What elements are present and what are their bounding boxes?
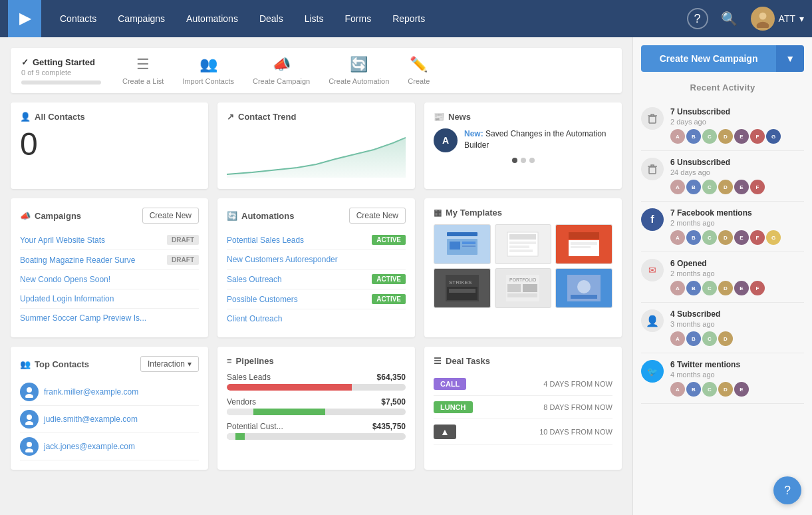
twitter-icon-5: 🐦 [641, 360, 664, 383]
svg-rect-5 [450, 242, 460, 250]
deal-task-2[interactable]: ▲ 10 DAYS FROM NOW [434, 419, 612, 445]
contacts-list: frank.miller@example.com judie.smith@exa… [20, 379, 199, 460]
help-bubble[interactable]: ? [773, 476, 801, 504]
all-contacts-title: 👤 All Contacts [20, 112, 85, 122]
automation-badge-0: ACTIVE [372, 235, 406, 245]
activity-item-2: f 7 Facebook mentions 2 months ago A B C… [641, 202, 804, 252]
template-4[interactable]: PORTFOLIO [495, 268, 552, 308]
activity-title-0: 7 Unsubscribed [670, 107, 804, 116]
pipeline-item-0: Sales Leads $64,350 [227, 373, 406, 391]
news-dot-2[interactable] [521, 158, 526, 163]
act-avatar: C [702, 331, 717, 346]
create-campaign-dropdown-button[interactable]: ▼ [776, 45, 804, 72]
help-button[interactable]: ? [687, 8, 708, 29]
automation-item-1[interactable]: New Customers Autoresponder [227, 250, 406, 269]
automation-item-4[interactable]: Client Outreach [227, 309, 406, 328]
search-button[interactable]: 🔍 [719, 8, 740, 29]
avatar [751, 7, 775, 31]
email-icon-3: ✉ [641, 259, 664, 281]
gs-step-list[interactable]: ☰ Create a List [122, 56, 164, 85]
gs-step-import[interactable]: 👥 Import Contacts [182, 56, 234, 85]
act-avatar: G [766, 230, 781, 245]
chevron-down-icon: ▾ [188, 359, 192, 369]
nav-logo[interactable]: ▶ [8, 0, 41, 37]
svg-point-31 [27, 415, 32, 420]
nav-automations[interactable]: Automations [176, 0, 249, 37]
act-avatar: G [766, 129, 781, 144]
svg-rect-36 [649, 167, 656, 174]
news-dots [434, 158, 612, 163]
svg-point-1 [759, 13, 766, 20]
act-avatar: F [750, 230, 765, 245]
my-templates-title: ▦ My Templates [434, 208, 502, 218]
nav-campaigns[interactable]: Campaigns [107, 0, 176, 37]
automation-item-0[interactable]: Potential Sales Leads ACTIVE [227, 230, 406, 250]
contact-item-0[interactable]: frank.miller@example.com [20, 379, 199, 406]
template-3[interactable]: STRIKES [434, 268, 491, 308]
activity-title-3: 6 Opened [670, 259, 804, 268]
automation-item-2[interactable]: Sales Outreach ACTIVE [227, 269, 406, 289]
news-title: 📰 News [434, 112, 471, 122]
svg-point-32 [25, 421, 33, 425]
interaction-dropdown[interactable]: Interaction ▾ [140, 356, 199, 372]
trash-icon-0 [641, 107, 664, 130]
my-templates-header: ▦ My Templates [434, 208, 612, 218]
news-dot-1[interactable] [512, 158, 517, 163]
nav-reports[interactable]: Reports [382, 0, 436, 37]
create-icon: ✏️ [410, 56, 428, 73]
campaign-name-3: Updated Login Information [20, 294, 114, 303]
navbar: ▶ Contacts Campaigns Automations Deals L… [0, 0, 812, 37]
act-avatar: A [670, 281, 685, 295]
act-avatar: F [750, 281, 765, 295]
act-avatar: C [702, 129, 717, 144]
campaigns-create-button[interactable]: Create New [142, 208, 199, 224]
activity-content-4: 4 Subscribed 3 months ago A B C D [670, 309, 804, 346]
news-avatar: A [434, 128, 458, 152]
automations-create-button[interactable]: Create New [349, 208, 406, 224]
pipeline-bar-green-1 [253, 409, 325, 415]
pipeline-name-1: Vendors [227, 397, 256, 407]
automation-name-1: New Customers Autoresponder [227, 255, 338, 264]
news-dot-3[interactable] [529, 158, 535, 163]
nav-forms[interactable]: Forms [335, 0, 382, 37]
nav-deals[interactable]: Deals [249, 0, 294, 37]
templates-grid: STRIKES PORTFOLIO [434, 224, 612, 308]
automation-item-3[interactable]: Possible Customers ACTIVE [227, 289, 406, 309]
template-1[interactable] [495, 224, 552, 264]
contact-item-1[interactable]: judie.smith@example.com [20, 406, 199, 433]
act-avatar: F [750, 129, 765, 144]
activity-title-2: 7 Facebook mentions [670, 208, 804, 218]
pipeline-name-0: Sales Leads [227, 373, 271, 382]
nav-contacts[interactable]: Contacts [49, 0, 107, 37]
campaign-item-1[interactable]: Boating Magazine Reader Surve DRAFT [20, 250, 199, 270]
deal-tasks-title: ☰ Deal Tasks [434, 356, 490, 366]
contact-item-2[interactable]: jack.jones@example.com [20, 433, 199, 460]
gs-progress [21, 81, 101, 85]
create-campaign-button[interactable]: Create New Campaign [641, 45, 776, 72]
svg-rect-35 [649, 116, 656, 123]
deal-task-0[interactable]: CALL 4 DAYS FROM NOW [434, 373, 612, 396]
campaign-item-4[interactable]: Summer Soccer Camp Preview Is... [20, 309, 199, 327]
contact-avatar-2 [20, 437, 39, 456]
campaign-item-2[interactable]: New Condo Opens Soon! [20, 270, 199, 289]
auto-icon: 🔄 [227, 211, 237, 221]
template-2[interactable] [555, 224, 612, 264]
campaign-icon: 📣 [20, 211, 31, 221]
template-0[interactable] [434, 224, 491, 264]
user-menu[interactable]: ATT ▾ [751, 7, 804, 31]
campaign-item-0[interactable]: Your April Website Stats DRAFT [20, 230, 199, 250]
nav-lists[interactable]: Lists [294, 0, 335, 37]
act-avatar: D [718, 331, 733, 346]
template-5[interactable] [555, 268, 612, 308]
deal-task-1[interactable]: LUNCH 8 DAYS FROM NOW [434, 396, 612, 419]
facebook-icon-2: f [641, 208, 664, 231]
getting-started-bar: ✓ Getting Started 0 of 9 complete ☰ Crea… [11, 48, 622, 93]
campaign-item-3[interactable]: Updated Login Information [20, 289, 199, 309]
activity-time-0: 2 days ago [670, 118, 804, 126]
gs-step-create[interactable]: ✏️ Create [408, 56, 430, 85]
automation-icon: 🔄 [350, 56, 368, 73]
contact-email-0: frank.miller@example.com [44, 387, 138, 397]
gs-step-automation[interactable]: 🔄 Create Automation [329, 56, 389, 85]
gs-step-campaign[interactable]: 📣 Create Campaign [253, 56, 310, 85]
all-contacts-card: 👤 All Contacts 0 [11, 102, 208, 189]
